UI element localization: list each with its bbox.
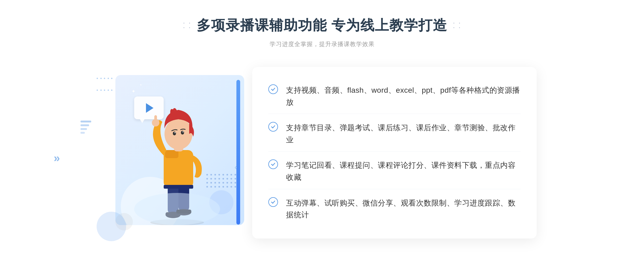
svg-rect-16 xyxy=(154,115,157,123)
left-deco-bars xyxy=(80,121,91,134)
feature-item-1: 支持视频、音频、flash、word、excel、ppt、pdf等各种格式的资源… xyxy=(268,79,521,114)
svg-point-10 xyxy=(164,118,192,150)
sparkle-small-icon: ✦ xyxy=(140,83,142,87)
check-icon-3 xyxy=(268,159,278,169)
page-title: 多项录播课辅助功能 专为线上教学打造 xyxy=(197,16,447,35)
feature-text-2: 支持章节目录、弹题考试、课后练习、课后作业、章节测验、批改作业 xyxy=(286,122,521,146)
page-chevron-left[interactable]: » xyxy=(54,152,60,165)
check-icon-4 xyxy=(268,197,278,207)
feature-item-2: 支持章节目录、弹题考试、课后练习、课后作业、章节测验、批改作业 xyxy=(268,117,521,152)
svg-point-11 xyxy=(173,132,176,135)
svg-point-12 xyxy=(181,131,184,135)
page-deco-circle-gray xyxy=(115,213,133,230)
feature-item-4: 互动弹幕、试听购买、微信分享、观看次数限制、学习进度跟踪、数据统计 xyxy=(268,192,521,227)
svg-point-14 xyxy=(182,131,184,132)
svg-point-18 xyxy=(134,193,220,225)
blue-vertical-strip xyxy=(236,80,240,225)
svg-rect-17 xyxy=(164,185,193,189)
feature-text-3: 学习笔记回看、课程提问、课程评论打分、课件资料下载，重点内容收藏 xyxy=(286,159,521,184)
feature-item-3: 学习笔记回看、课程提问、课程评论打分、课件资料下载，重点内容收藏 xyxy=(268,154,521,189)
illustration-background: ✦ ✦ xyxy=(115,75,244,225)
header-decorator-right: ⁚ ⁚ xyxy=(453,21,461,30)
person-illustration xyxy=(131,91,223,225)
page-container: ⁚ ⁚ 多项录播课辅助功能 专为线上教学打造 ⁚ ⁚ 学习进度全掌握，提升录播课… xyxy=(0,0,644,261)
illustration-panel: ✦ ✦ xyxy=(107,67,258,249)
svg-point-13 xyxy=(174,132,175,133)
feature-text-1: 支持视频、音频、flash、word、excel、ppt、pdf等各种格式的资源… xyxy=(286,84,521,109)
content-wrapper: ✦ ✦ xyxy=(107,62,537,255)
check-icon-2 xyxy=(268,122,278,132)
header-decorator-left: ⁚ ⁚ xyxy=(183,21,191,30)
check-icon-1 xyxy=(268,84,278,94)
page-subtitle: 学习进度全掌握，提升录播课教学效果 xyxy=(270,40,375,48)
features-panel: 支持视频、音频、flash、word、excel、ppt、pdf等各种格式的资源… xyxy=(252,67,537,238)
page-header: ⁚ ⁚ 多项录播课辅助功能 专为线上教学打造 ⁚ ⁚ xyxy=(183,16,461,35)
feature-text-4: 互动弹幕、试听购买、微信分享、观看次数限制、学习进度跟踪、数据统计 xyxy=(286,197,521,221)
